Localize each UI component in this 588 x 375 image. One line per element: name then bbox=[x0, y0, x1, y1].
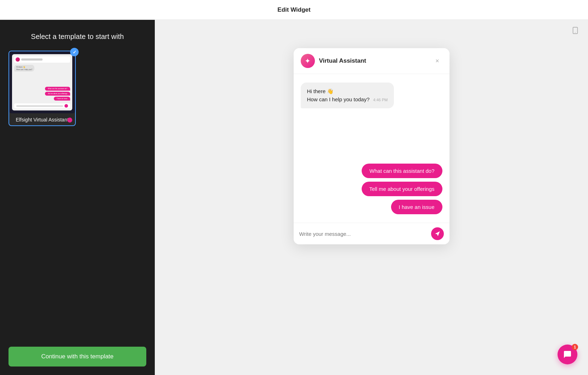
mini-title-bar bbox=[21, 58, 43, 61]
left-panel: Select a template to start with ✓ Hi the… bbox=[0, 20, 155, 375]
svg-rect-0 bbox=[573, 27, 578, 34]
received-bubble-text: Hi there 👋How can I help you today? bbox=[307, 88, 371, 102]
right-panel: ✦ Virtual Assistant × Hi there 👋How can … bbox=[155, 20, 588, 375]
quick-reply-btn-1[interactable]: What can this assistant do? bbox=[362, 164, 442, 178]
template-grid: ✓ Hi there 👋How can I help you? What can… bbox=[9, 51, 146, 126]
chat-body: Hi there 👋How can I help you today? 4:46… bbox=[294, 74, 450, 223]
received-bubble: Hi there 👋How can I help you today? 4:46… bbox=[301, 83, 394, 108]
fab-notification-badge: 1 bbox=[572, 344, 578, 350]
mini-input-placeholder bbox=[16, 105, 63, 107]
mini-greeting-bubble: Hi there 👋How can I help you? bbox=[14, 65, 34, 72]
mini-chat-preview: Hi there 👋How can I help you? What can t… bbox=[12, 54, 72, 110]
continue-button[interactable]: Continue with this template bbox=[9, 347, 146, 367]
close-icon: × bbox=[435, 57, 439, 65]
template-card-preview: Hi there 👋How can I help you? What can t… bbox=[9, 51, 75, 113]
send-icon bbox=[435, 231, 440, 237]
quick-reply-btn-2[interactable]: Tell me about your offerings bbox=[362, 182, 442, 196]
chat-footer bbox=[294, 223, 450, 244]
top-bar: Edit Widget bbox=[0, 0, 588, 20]
fab-button[interactable]: 1 bbox=[558, 345, 577, 364]
chat-input[interactable] bbox=[299, 231, 428, 237]
template-card-elfsight[interactable]: ✓ Hi there 👋How can I help you? What can… bbox=[9, 51, 76, 126]
mobile-preview-icon[interactable] bbox=[570, 25, 581, 36]
left-panel-heading: Select a template to start with bbox=[9, 33, 146, 41]
received-message-wrap: Hi there 👋How can I help you today? 4:46… bbox=[301, 83, 442, 108]
selected-check-badge: ✓ bbox=[70, 48, 79, 56]
mini-user-bubble-1: What can this assistant do? bbox=[45, 87, 70, 91]
mini-user-bubbles: What can this assistant do? Tell me abou… bbox=[14, 87, 70, 101]
mini-greeting-row: Hi there 👋How can I help you? bbox=[14, 65, 70, 72]
page-title: Edit Widget bbox=[277, 6, 310, 13]
quick-replies: What can this assistant do? Tell me abou… bbox=[301, 164, 442, 217]
mini-chat-footer bbox=[14, 103, 70, 108]
chat-widget: ✦ Virtual Assistant × Hi there 👋How can … bbox=[294, 48, 450, 244]
mini-avatar-icon bbox=[16, 57, 20, 62]
chat-title: Virtual Assistant bbox=[319, 57, 432, 64]
chat-avatar: ✦ bbox=[301, 54, 315, 68]
mini-chat-header bbox=[14, 56, 70, 63]
chat-bubble-icon bbox=[563, 350, 572, 359]
chat-close-button[interactable]: × bbox=[432, 56, 442, 66]
template-card-label: Elfsight Virtual Assistant bbox=[9, 113, 75, 125]
main-layout: Select a template to start with ✓ Hi the… bbox=[0, 20, 588, 375]
quick-reply-btn-3[interactable]: I have an issue bbox=[391, 200, 442, 214]
mini-send-icon bbox=[64, 104, 68, 108]
mini-user-bubble-2: Tell me about your offerings bbox=[45, 92, 70, 96]
sparkle-icon: ✦ bbox=[305, 57, 311, 65]
bubble-timestamp: 4:46 PM bbox=[373, 98, 388, 102]
chat-send-button[interactable] bbox=[431, 227, 444, 240]
mini-user-bubble-3: I have an issue bbox=[54, 97, 70, 101]
chat-header: ✦ Virtual Assistant × bbox=[294, 48, 450, 74]
